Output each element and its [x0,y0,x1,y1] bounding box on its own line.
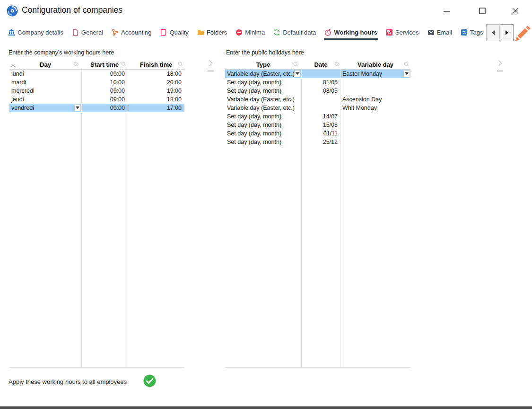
column-header-label: Type [256,61,270,68]
search-icon[interactable] [293,61,299,69]
tab-company-details[interactable]: Company details [8,26,64,40]
table-row[interactable]: Set day (day, month) 15/08 [225,121,410,129]
taskbar-edge [0,406,532,409]
dropdown-arrow-icon[interactable] [294,70,301,77]
tab-label: Accounting [121,29,151,36]
column-header-day[interactable]: Day [9,59,81,70]
search-icon[interactable] [73,61,79,69]
public-holidays-header: Type Date Variable day [225,59,410,70]
table-row[interactable]: Set day (day, month) 08/05 [225,87,410,95]
tab-working-hours[interactable]: Working hours [324,26,377,40]
public-holidays-table: Type Date Variable day Va [225,59,410,368]
tab-quality[interactable]: Quality [159,26,189,40]
table-row[interactable]: Set day (day, month) 14/07 [225,112,410,121]
tab-bar: Company details General Accounting Quali… [0,26,532,44]
column-header-date[interactable]: Date [301,59,340,70]
day-cell: lundi [9,70,81,78]
column-divider [301,70,302,367]
type-value: Variable day (Easter, etc.) [227,71,295,77]
column-header-label: Finish time [140,61,173,68]
start-time-cell: 09:00 [81,95,128,104]
finish-time-cell: 20:00 [128,78,184,87]
tab-label: Tags [470,29,483,36]
title-bar: Configuration of companies [0,0,532,22]
tab-folders[interactable]: Folders [197,26,227,40]
tab-tags[interactable]: Tags [460,26,483,40]
table-row[interactable]: mardi 10:00 20:00 [9,78,184,87]
scroll-right-button[interactable] [500,24,514,41]
variable-day-cell: Whit Monday [340,104,410,112]
table-row[interactable]: Set day (day, month) 25/12 [225,138,410,146]
tab-label: Quality [169,29,188,36]
tab-minima[interactable]: Minima [235,26,265,40]
public-holidays-panel-expander[interactable] [496,60,504,71]
tab-default-data[interactable]: Default data [273,26,316,40]
start-time-cell: 09:00 [81,87,128,95]
working-hours-rows: lundi 09:00 18:00 mardi 10:00 20:00 merc… [9,70,184,112]
tab-label: Working hours [334,29,377,36]
start-time-cell: 09:00 [81,70,128,78]
column-header-finish-time[interactable]: Finish time [128,59,184,70]
bank-icon [8,29,15,36]
column-header-label: Day [40,61,51,68]
maximize-button[interactable] [472,4,493,18]
date-cell: 14/07 [301,112,340,121]
apply-check-button[interactable] [143,374,156,387]
nodes-icon [112,29,119,36]
column-header-label: Variable day [358,61,393,68]
configuration-of-companies-window: Configuration of companies Company detai… [0,0,532,409]
pencil-icon[interactable] [513,22,532,45]
table-row[interactable]: Variable day (Easter, etc.) Whit Monday [225,104,410,112]
tab-strip: Company details General Accounting Quali… [8,26,487,44]
finish-time-cell: 17:00 [128,104,184,112]
tab-label: Folders [207,29,227,36]
refresh-icon [273,29,280,36]
window-title: Configuration of companies [22,5,122,15]
working-hours-panel-expander[interactable] [207,60,214,71]
column-header-variable-day[interactable]: Variable day [340,59,410,70]
day-cell: vendredi [9,104,81,112]
day-cell: mercredi [9,87,81,95]
table-row-selected[interactable]: vendredi 09:00 17:00 [9,104,184,112]
date-cell [301,95,340,104]
working-hours-table: Day Start time Finish time lundi [9,59,184,368]
tab-email[interactable]: Email [427,26,453,40]
table-row-selected[interactable]: Variable day (Easter, etc.) Easter Monda… [225,70,410,78]
date-cell: 01/11 [301,129,340,138]
type-cell: Set day (day, month) [225,121,301,129]
search-icon[interactable] [121,61,127,69]
public-holidays-rows: Variable day (Easter, etc.) Easter Monda… [225,70,410,146]
app-logo-icon [6,5,18,17]
date-cell [301,104,340,112]
search-icon[interactable] [403,61,410,69]
table-row[interactable]: Set day (day, month) 01/05 [225,78,410,87]
day-cell: mardi [9,78,81,87]
folder-icon [197,29,204,36]
column-header-type[interactable]: Type [225,59,301,70]
working-hours-caption: Enter the company's working hours here [9,49,114,56]
minimize-button[interactable] [436,4,457,18]
dropdown-arrow-icon[interactable] [74,104,81,111]
tab-label: Company details [17,29,63,36]
table-row[interactable]: lundi 09:00 18:00 [9,70,184,78]
variable-day-cell: Ascension Day [340,95,410,104]
variable-day-value: Easter Monday [342,71,382,77]
table-row[interactable]: mercredi 09:00 19:00 [9,87,184,95]
table-row[interactable]: jeudi 09:00 18:00 [9,95,184,104]
search-icon[interactable] [334,61,340,69]
dropdown-arrow-icon[interactable] [403,70,410,77]
tab-services[interactable]: Services [385,26,419,40]
column-header-start-time[interactable]: Start time [81,59,128,70]
search-icon[interactable] [177,61,183,69]
tab-general[interactable]: General [71,26,104,40]
date-cell: 25/12 [301,138,340,146]
close-button[interactable] [505,4,526,18]
tab-accounting[interactable]: Accounting [111,26,152,40]
table-row[interactable]: Set day (day, month) 01/11 [225,129,410,138]
variable-day-cell [340,78,410,87]
expander-dash [497,71,503,71]
scroll-left-button[interactable] [486,24,500,41]
day-value: vendredi [11,105,34,111]
table-row[interactable]: Variable day (Easter, etc.) Ascension Da… [225,95,410,104]
date-cell [301,70,340,78]
